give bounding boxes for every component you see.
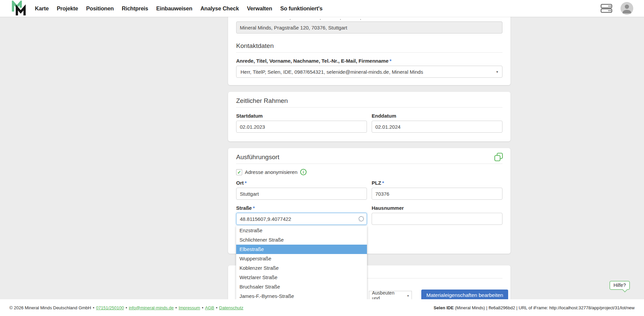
ausbeuten-select[interactable]: Ausbeuten und... ▾ [369, 291, 412, 300]
loading-spinner-icon [359, 216, 364, 222]
help-button[interactable]: Hilfe? [609, 281, 630, 290]
form-column: Kontaktdaten Anrede, Titel, Vorname, Nac… [228, 0, 511, 316]
separator: • [202, 305, 204, 310]
divider [236, 164, 502, 164]
client-address-field [236, 21, 502, 34]
footer-link[interactable]: Datenschutz [219, 305, 243, 310]
copyright-text: © 2026 Mineral Minds Deutschland GmbH [9, 305, 91, 310]
hausnummer-label: Hausnummer [372, 205, 502, 211]
contact-section-heading: Kontaktdaten [236, 42, 502, 50]
info-icon[interactable]: i [300, 169, 307, 175]
session-details: (Mineral Minds) | ffe6a8296bd2 | URL of … [454, 305, 635, 310]
required-asterisk: * [389, 58, 391, 64]
street-suggestion[interactable]: Koblenzer Straße [236, 263, 367, 273]
street-suggestion[interactable]: Bruchsaler Straße [236, 282, 367, 292]
street-suggestion[interactable]: Enzstraße [236, 226, 367, 235]
plz-input[interactable] [372, 188, 502, 200]
footer: © 2026 Mineral Minds Deutschland GmbH •0… [0, 299, 644, 316]
footer-link[interactable]: Impressum [178, 305, 200, 310]
client-contact-card: Kontaktdaten Anrede, Titel, Vorname, Nac… [228, 10, 511, 85]
person-icon [621, 2, 633, 15]
clipped-label-remnant [236, 17, 502, 20]
footer-link[interactable]: info@mineral-minds.de [129, 305, 174, 310]
location-card: Ausführungsort ✓ Adresse anonymisieren i… [228, 148, 511, 254]
enddatum-input[interactable] [372, 121, 502, 133]
server-icon[interactable] [600, 3, 612, 13]
session-info: Selen IDE (Mineral Minds) | ffe6a8296bd2… [434, 305, 635, 310]
footer-link[interactable]: 07151/250100 [96, 305, 124, 310]
divider [236, 52, 502, 53]
mineral-minds-logo-icon[interactable] [11, 1, 26, 16]
startdatum-input[interactable] [236, 121, 367, 133]
copy-icon[interactable] [494, 152, 503, 162]
separator: • [93, 305, 95, 310]
strasse-label: Straße* [236, 205, 367, 211]
nav-menu-item[interactable]: Richtpreis [118, 5, 152, 12]
caret-down-icon: ▾ [496, 70, 498, 74]
street-suggestion[interactable]: Wupperstraße [236, 254, 367, 263]
nav-menu: KarteProjektePositionenRichtpreisEinbauw… [31, 5, 327, 12]
enddatum-label: Enddatum [372, 113, 502, 119]
anonymize-checkbox[interactable]: ✓ [236, 169, 242, 175]
street-suggestion[interactable]: Schlichtener Straße [236, 235, 367, 245]
nav-menu-item[interactable]: Karte [31, 5, 53, 12]
street-suggestion[interactable]: Wetzlarer Straße [236, 273, 367, 282]
strasse-input[interactable] [236, 213, 367, 225]
nav-menu-item[interactable]: Positionen [82, 5, 118, 12]
contact-person-label: Anrede, Titel, Vorname, Nachname, Tel.-N… [236, 58, 502, 64]
divider [236, 107, 502, 108]
nav-menu-item[interactable]: Analyse Check [196, 5, 243, 12]
required-asterisk: * [382, 180, 384, 186]
separator: • [216, 305, 218, 310]
caret-down-icon: ▾ [407, 294, 409, 298]
session-user: Selen IDE [434, 305, 454, 310]
contact-person-select[interactable]: Herr, TitelP, Selen, IDE, 0987/654321, s… [236, 66, 502, 78]
startdatum-label: Startdatum [236, 113, 367, 119]
user-avatar[interactable] [621, 2, 633, 15]
location-heading: Ausführungsort [236, 153, 502, 161]
timeframe-heading: Zeitlicher Rahmen [236, 97, 502, 105]
contact-person-selected-value: Herr, TitelP, Selen, IDE, 0987/654321, s… [240, 69, 423, 75]
required-asterisk: * [253, 205, 255, 211]
hausnummer-input[interactable] [372, 213, 502, 225]
ort-input[interactable] [236, 188, 367, 200]
footer-links: •07151/250100•info@mineral-minds.de•Impr… [91, 305, 244, 310]
street-suggestion-dropdown: EnzstraßeSchlichtener StraßeElbestraßeWu… [236, 226, 367, 301]
nav-menu-item[interactable]: So funktioniert's [276, 5, 326, 12]
nav-menu-item[interactable]: Verwalten [243, 5, 276, 12]
timeframe-card: Zeitlicher Rahmen Startdatum Enddatum [228, 92, 511, 141]
anonymize-label: Adresse anonymisieren [245, 169, 298, 175]
separator: • [125, 305, 127, 310]
separator: • [175, 305, 177, 310]
top-navbar: KarteProjektePositionenRichtpreisEinbauw… [0, 0, 644, 17]
street-suggestion[interactable]: Elbestraße [236, 245, 367, 254]
nav-menu-item[interactable]: Einbauweisen [152, 5, 197, 12]
footer-link[interactable]: AGB [205, 305, 214, 310]
nav-menu-item[interactable]: Projekte [53, 5, 82, 12]
required-asterisk: * [245, 180, 247, 186]
ort-label: Ort* [236, 180, 367, 186]
plz-label: PLZ* [372, 180, 502, 186]
